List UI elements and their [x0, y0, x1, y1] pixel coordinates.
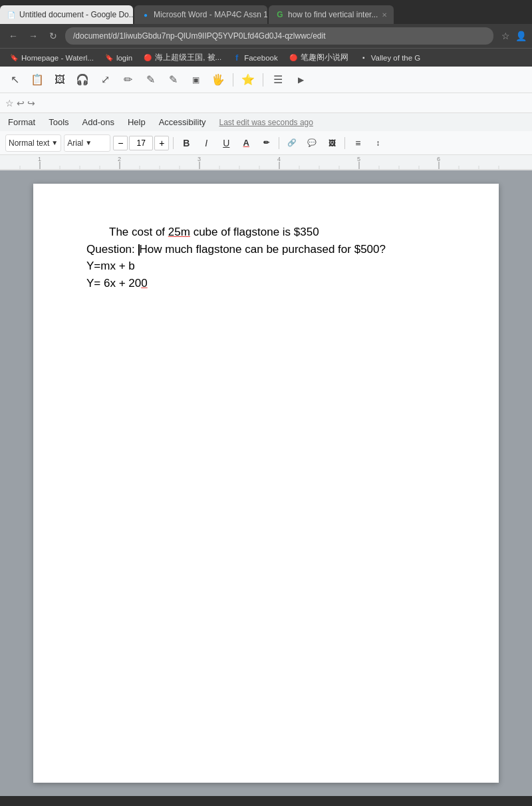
- underline-200: 0: [141, 277, 147, 290]
- document-area[interactable]: The cost of 25m cube of flagstone is $35…: [0, 170, 532, 796]
- gdocs-toolbar-area: ↖ 📋 🖼 🎧 ⤢ ✏ ✎ ✎ ▣ 🖐 ⭐ ☰ ▶ ☆ ↩ ↪ Format T…: [0, 67, 532, 170]
- redo-icon[interactable]: ↪: [27, 98, 35, 108]
- svg-text:1: 1: [38, 156, 41, 162]
- bookmark-login[interactable]: 🔖 login: [100, 52, 136, 64]
- paragraph-style-select[interactable]: Normal text ▼: [5, 134, 61, 152]
- forward-button[interactable]: →: [25, 28, 41, 44]
- reload-button[interactable]: ↻: [45, 28, 61, 44]
- comment-button[interactable]: 💬: [303, 134, 321, 152]
- svg-text:6: 6: [437, 156, 440, 162]
- star-icon[interactable]: ⭐: [239, 71, 257, 89]
- text-cursor: [138, 244, 140, 256]
- font-select[interactable]: Arial ▼: [64, 134, 110, 152]
- login-bm-icon: 🔖: [104, 53, 114, 63]
- link-button[interactable]: 🔗: [283, 134, 301, 152]
- menu-bar: Format Tools Add-ons Help Accessibility …: [0, 113, 532, 131]
- bookmark-chinese2[interactable]: 🔴 笔趣阁小说网: [285, 51, 352, 64]
- highlight-button[interactable]: ✏: [257, 134, 275, 152]
- tab-google-docs-label: Untitled document - Google Do...: [19, 10, 133, 19]
- tab-google-docs[interactable]: 📄 Untitled document - Google Do... ✕: [0, 5, 133, 24]
- cursor-tool-icon[interactable]: ↖: [5, 71, 24, 89]
- italic-button[interactable]: I: [198, 134, 215, 152]
- bookmark-chinese2-label: 笔趣阁小说网: [301, 53, 348, 63]
- svg-text:5: 5: [357, 156, 360, 162]
- pencil1-icon[interactable]: ✏: [118, 71, 137, 89]
- docs-tab-icon: 📄: [7, 10, 16, 19]
- svg-text:2: 2: [118, 156, 121, 162]
- fmt-sep2: [279, 137, 279, 149]
- underline-25m: 25m: [168, 226, 190, 238]
- copy-tool-icon[interactable]: 📋: [28, 71, 47, 89]
- profile-icon[interactable]: 👤: [515, 31, 527, 41]
- headphones-icon[interactable]: 🎧: [73, 71, 92, 89]
- font-size-controls: − +: [113, 136, 169, 150]
- zoom-icon[interactable]: ⤢: [96, 71, 114, 89]
- hand-icon[interactable]: 🖐: [209, 71, 227, 89]
- fmt-sep3: [344, 137, 345, 149]
- bookmark-homepage[interactable]: 🔖 Homepage - Waterl...: [5, 52, 98, 64]
- address-bar-area: ← → ↻ /document/d/1liwubGbdu7np-QlUm9IIP…: [0, 24, 532, 48]
- menu-tools[interactable]: Tools: [46, 116, 71, 128]
- document-content[interactable]: The cost of 25m cube of flagstone is $35…: [86, 224, 446, 292]
- tab-word[interactable]: ● Microsoft Word - MAP4C Assn 1 ✕: [134, 5, 267, 24]
- menu-help[interactable]: Help: [125, 116, 148, 128]
- image-insert-button[interactable]: 🖼: [323, 134, 340, 152]
- underline-button[interactable]: U: [217, 134, 235, 152]
- document-page[interactable]: The cost of 25m cube of flagstone is $35…: [33, 184, 499, 783]
- address-url: /document/d/1liwubGbdu7np-QlUm9IIPQ5YVP0…: [73, 31, 326, 41]
- image-tool-icon[interactable]: 🖼: [51, 71, 69, 89]
- format-toolbar: Normal text ▼ Arial ▼ − + B I U A ✏ 🔗 💬 …: [0, 131, 532, 155]
- align-button[interactable]: ≡: [349, 134, 366, 152]
- tab-search-close[interactable]: ✕: [382, 11, 387, 19]
- bookmark-facebook-label: Facebook: [244, 54, 278, 62]
- bookmark-login-label: login: [116, 54, 132, 62]
- bookmark-homepage-label: Homepage - Waterl...: [21, 54, 94, 62]
- facebook-bm-icon: f: [232, 53, 241, 63]
- eraser-icon[interactable]: ▣: [186, 71, 205, 89]
- homepage-bm-icon: 🔖: [9, 53, 19, 63]
- last-edit-status: Last edit was seconds ago: [219, 118, 313, 127]
- play-icon[interactable]: ▶: [291, 71, 310, 89]
- line-spacing-button[interactable]: ↕: [369, 134, 386, 152]
- pencil2-icon[interactable]: ✎: [141, 71, 160, 89]
- doc-line-2: Question: How much flagstone can be purc…: [86, 241, 446, 258]
- font-color-button[interactable]: A: [237, 134, 255, 152]
- stars-row: ☆ ↩ ↪: [0, 93, 532, 113]
- bold-button[interactable]: B: [178, 134, 195, 152]
- star-1[interactable]: ☆: [5, 98, 14, 108]
- tab-word-label: Microsoft Word - MAP4C Assn 1: [154, 10, 267, 19]
- svg-text:4: 4: [277, 156, 281, 162]
- ruler: 1 2 3 4 5 6: [0, 155, 532, 170]
- menu-accessibility[interactable]: Accessibility: [156, 116, 209, 128]
- menu-addons[interactable]: Add-ons: [80, 116, 117, 128]
- font-label: Arial: [67, 138, 83, 148]
- menu-format[interactable]: Format: [5, 116, 38, 128]
- address-bar[interactable]: /document/d/1liwubGbdu7np-QlUm9IIPQ5YVP0…: [65, 27, 493, 45]
- valley-bm-icon: ▪: [359, 53, 368, 63]
- chinese2-bm-icon: 🔴: [289, 53, 298, 63]
- font-size-input[interactable]: [129, 136, 153, 150]
- bookmark-valley-label: Valley of the G: [371, 54, 421, 62]
- toolbar-sep2: [263, 73, 263, 87]
- font-size-decrease[interactable]: −: [113, 136, 128, 150]
- tab-bar: 📄 Untitled document - Google Do... ✕ ● M…: [0, 0, 532, 24]
- icon-toolbar: ↖ 📋 🖼 🎧 ⤢ ✏ ✎ ✎ ▣ 🖐 ⭐ ☰ ▶: [0, 67, 532, 93]
- doc-line-3: Y=mx + b: [86, 258, 446, 275]
- ruler-inner: 1 2 3 4 5 6: [0, 155, 532, 169]
- tab-google-search-label: how to find vertical inter...: [288, 10, 378, 19]
- undo-icon[interactable]: ↩: [17, 98, 25, 108]
- bookmark-chinese1[interactable]: 🔴 海上超级王国, 被...: [139, 51, 225, 64]
- pencil3-icon[interactable]: ✎: [164, 71, 182, 89]
- bookmark-valley[interactable]: ▪ Valley of the G: [355, 52, 425, 64]
- tab-google-search[interactable]: G how to find vertical inter... ✕: [269, 5, 394, 24]
- font-size-increase[interactable]: +: [154, 136, 169, 150]
- back-button[interactable]: ←: [5, 28, 21, 44]
- svg-text:3: 3: [198, 156, 201, 162]
- list-icon[interactable]: ☰: [269, 71, 287, 89]
- bookmark-facebook[interactable]: f Facebook: [228, 52, 282, 64]
- paragraph-dropdown-icon: ▼: [51, 139, 58, 146]
- bookmark-star-icon[interactable]: ☆: [501, 31, 510, 41]
- google-tab-icon: G: [275, 10, 285, 19]
- paragraph-style-label: Normal text: [9, 138, 49, 148]
- fmt-sep1: [173, 137, 174, 149]
